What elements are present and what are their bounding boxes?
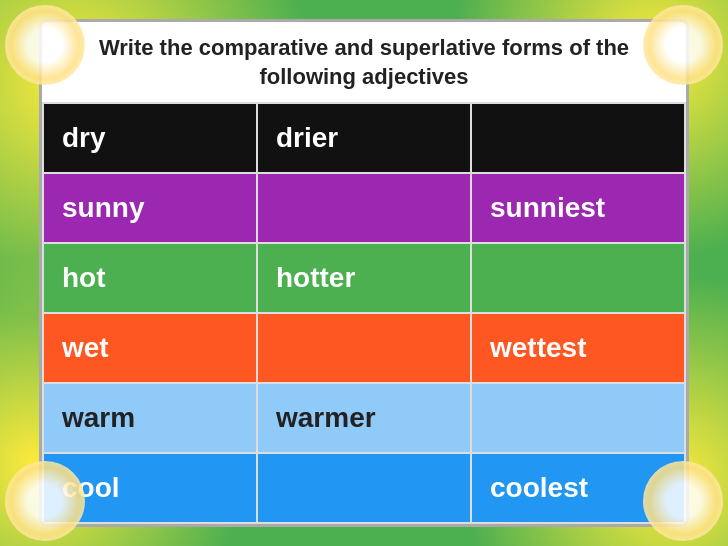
cell-dry-1: dry <box>43 103 257 173</box>
main-card: Write the comparative and superlative fo… <box>39 19 689 526</box>
cell-dry-3 <box>471 103 685 173</box>
card-header: Write the comparative and superlative fo… <box>42 22 686 101</box>
flower-bottom-left <box>5 461 85 541</box>
table-row-hot: hothotter <box>43 243 685 313</box>
flower-bottom-right <box>643 461 723 541</box>
table-row-warm: warmwarmer <box>43 383 685 453</box>
header-line1: Write the comparative and superlative fo… <box>52 34 676 63</box>
cell-sunny-2 <box>257 173 471 243</box>
cell-wet-3: wettest <box>471 313 685 383</box>
cell-hot-2: hotter <box>257 243 471 313</box>
cell-sunny-3: sunniest <box>471 173 685 243</box>
table-row-wet: wetwettest <box>43 313 685 383</box>
table-row-cool: coolcoolest <box>43 453 685 523</box>
table-row-sunny: sunnysunniest <box>43 173 685 243</box>
flower-top-left <box>5 5 85 85</box>
cell-cool-2 <box>257 453 471 523</box>
cell-wet-2 <box>257 313 471 383</box>
cell-warm-1: warm <box>43 383 257 453</box>
cell-sunny-1: sunny <box>43 173 257 243</box>
header-line2: following adjectives <box>52 63 676 92</box>
adjectives-table: drydriersunnysunniesthothotterwetwettest… <box>42 102 686 524</box>
flower-top-right <box>643 5 723 85</box>
cell-hot-1: hot <box>43 243 257 313</box>
cell-hot-3 <box>471 243 685 313</box>
table-row-dry: drydrier <box>43 103 685 173</box>
cell-warm-3 <box>471 383 685 453</box>
cell-warm-2: warmer <box>257 383 471 453</box>
cell-dry-2: drier <box>257 103 471 173</box>
cell-wet-1: wet <box>43 313 257 383</box>
